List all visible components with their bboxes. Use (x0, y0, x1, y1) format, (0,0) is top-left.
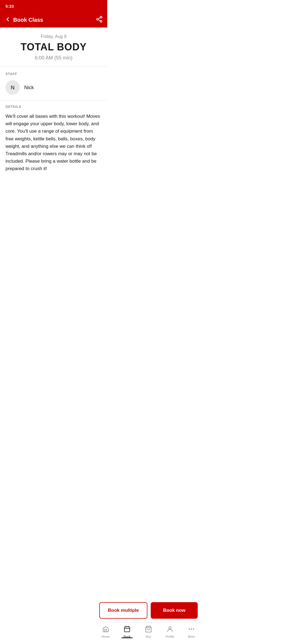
header-title: Book Class (13, 17, 43, 23)
class-info-section: Friday, Aug 9 TOTAL BODY 6:00 AM (55 min… (0, 28, 107, 67)
svg-point-1 (97, 18, 98, 20)
staff-name: Nick (24, 85, 34, 91)
class-time: 6:00 AM (55 min) (6, 55, 102, 61)
svg-point-2 (100, 20, 102, 22)
class-name: TOTAL BODY (6, 41, 102, 53)
staff-label: STAFF (6, 72, 102, 76)
back-button[interactable]: Book Class (4, 16, 43, 24)
details-label: DETAILS (6, 105, 102, 109)
svg-line-3 (98, 20, 100, 21)
main-content: Friday, Aug 9 TOTAL BODY 6:00 AM (55 min… (0, 28, 107, 222)
share-button[interactable] (96, 16, 103, 24)
svg-line-4 (98, 18, 100, 19)
class-date: Friday, Aug 9 (6, 34, 102, 39)
staff-row: N Nick (6, 80, 102, 95)
header: Book Class (0, 12, 107, 28)
svg-point-0 (100, 16, 102, 18)
status-time: 5:33 (6, 4, 14, 9)
details-text: We'll cover all bases with this workout!… (6, 113, 102, 173)
status-bar: 5:33 (0, 0, 107, 12)
details-section: DETAILS We'll cover all bases with this … (0, 100, 107, 178)
staff-section: STAFF N Nick (0, 67, 107, 95)
back-arrow-icon (4, 16, 11, 24)
staff-avatar: N (6, 80, 20, 95)
